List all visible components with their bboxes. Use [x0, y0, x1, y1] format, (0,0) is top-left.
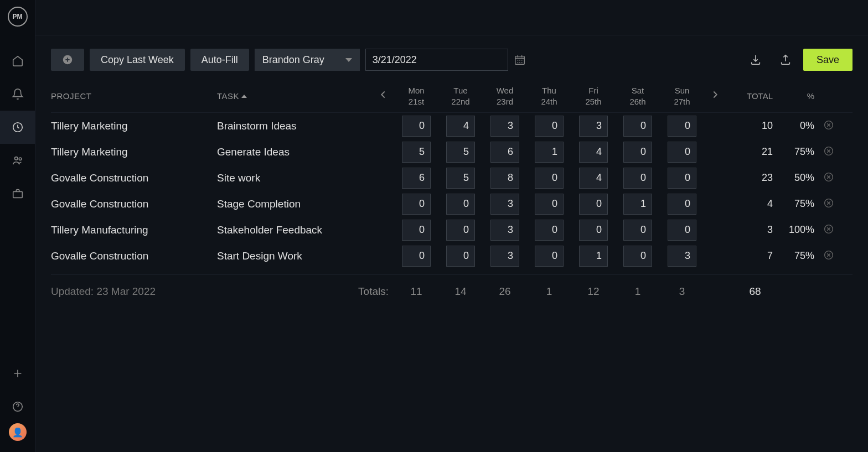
nav-people[interactable] [0, 144, 35, 177]
hour-input[interactable]: 3 [490, 220, 519, 241]
hour-input[interactable]: 0 [402, 220, 431, 241]
updated-text: Updated: 23 Mar 2022 [51, 285, 217, 298]
hour-input[interactable]: 0 [446, 246, 475, 267]
hour-input[interactable]: 4 [579, 168, 608, 189]
hour-input[interactable]: 0 [623, 220, 652, 241]
table-row: Tillery MarketingGenerate Ideas556140021… [51, 139, 852, 165]
hour-input[interactable]: 5 [402, 142, 431, 163]
hour-input[interactable]: 0 [668, 142, 696, 163]
nav-help[interactable] [0, 390, 35, 423]
hour-input[interactable]: 0 [535, 168, 564, 189]
hour-input[interactable]: 0 [579, 220, 608, 241]
user-select[interactable]: Brandon Gray [255, 49, 360, 71]
row-task: Stakeholder Feedback [217, 224, 372, 236]
row-total: 21 [726, 146, 776, 158]
hour-input[interactable]: 0 [535, 194, 564, 215]
day-total-mon: 11 [394, 285, 438, 298]
download-icon [750, 54, 762, 66]
header-project[interactable]: PROJECT [51, 91, 217, 101]
row-task: Site work [217, 172, 372, 184]
row-task: Generate Ideas [217, 146, 372, 158]
nav-notifications[interactable] [0, 77, 35, 111]
hour-input[interactable]: 0 [402, 194, 431, 215]
hour-input[interactable]: 0 [623, 142, 652, 163]
upload-icon [779, 54, 792, 66]
hour-input[interactable]: 0 [668, 194, 696, 215]
hour-input[interactable]: 0 [623, 168, 652, 189]
hour-input[interactable]: 0 [402, 246, 431, 267]
header-pct: % [776, 91, 818, 101]
hour-input[interactable]: 3 [490, 246, 519, 267]
hour-input[interactable]: 8 [490, 168, 519, 189]
hour-input[interactable]: 3 [490, 116, 519, 137]
hour-input[interactable]: 0 [402, 116, 431, 137]
hour-input[interactable]: 1 [623, 194, 652, 215]
nav-home[interactable] [0, 44, 35, 77]
save-button[interactable]: Save [803, 49, 852, 71]
copy-last-week-button[interactable]: Copy Last Week [90, 49, 185, 71]
hour-input[interactable]: 1 [579, 246, 608, 267]
row-total: 23 [726, 172, 776, 184]
sort-asc-icon [241, 95, 247, 98]
close-circle-icon [823, 171, 835, 183]
nav-briefcase[interactable] [0, 177, 35, 210]
date-input[interactable] [365, 49, 508, 71]
hour-input[interactable]: 0 [668, 220, 696, 241]
close-circle-icon [823, 223, 835, 235]
hour-input[interactable]: 0 [535, 220, 564, 241]
hour-input[interactable]: 3 [490, 194, 519, 215]
delete-row-button[interactable] [818, 171, 840, 185]
hour-input[interactable]: 0 [446, 194, 475, 215]
calendar-button[interactable] [514, 52, 529, 67]
delete-row-button[interactable] [818, 223, 840, 237]
import-button[interactable] [748, 52, 763, 67]
hour-input[interactable]: 6 [490, 142, 519, 163]
delete-row-button[interactable] [818, 249, 840, 263]
bell-icon [12, 88, 24, 100]
day-total-sat: 1 [616, 285, 660, 298]
row-pct: 75% [776, 250, 818, 262]
hour-input[interactable]: 0 [668, 116, 696, 137]
export-button[interactable] [778, 52, 793, 67]
hour-input[interactable]: 4 [446, 116, 475, 137]
header-task[interactable]: TASK [217, 91, 372, 101]
hour-input[interactable]: 0 [535, 116, 564, 137]
hour-input[interactable]: 0 [668, 168, 696, 189]
auto-fill-button[interactable]: Auto-Fill [190, 49, 249, 71]
hour-input[interactable]: 5 [446, 168, 475, 189]
row-pct: 0% [776, 120, 818, 132]
row-project: Tillery Marketing [51, 120, 217, 132]
svg-point-1 [14, 157, 18, 160]
nav-add[interactable] [0, 357, 35, 390]
delete-row-button[interactable] [818, 119, 840, 133]
next-week-button[interactable] [704, 89, 726, 103]
hour-input[interactable]: 3 [668, 246, 696, 267]
clock-icon [12, 121, 24, 133]
hour-input[interactable]: 0 [535, 246, 564, 267]
toolbar: Copy Last Week Auto-Fill Brandon Gray Sa… [35, 35, 868, 80]
nav-timesheet[interactable] [0, 111, 35, 144]
hour-input[interactable]: 0 [623, 116, 652, 137]
hour-input[interactable]: 0 [579, 194, 608, 215]
day-total-fri: 12 [571, 285, 616, 298]
delete-row-button[interactable] [818, 197, 840, 211]
add-row-button[interactable] [51, 49, 84, 71]
close-circle-icon [823, 119, 835, 131]
top-bar [35, 0, 868, 35]
hour-input[interactable]: 5 [446, 142, 475, 163]
user-avatar[interactable]: 👤 [9, 423, 27, 441]
grand-total: 68 [726, 285, 776, 298]
table-header: PROJECT TASK Mon21st Tue22nd Wed23rd Thu… [51, 80, 852, 113]
hour-input[interactable]: 3 [579, 116, 608, 137]
delete-row-button[interactable] [818, 145, 840, 159]
hour-input[interactable]: 0 [446, 220, 475, 241]
hour-input[interactable]: 1 [535, 142, 564, 163]
hour-input[interactable]: 6 [402, 168, 431, 189]
app-logo: PM [8, 7, 28, 27]
row-project: Govalle Construction [51, 198, 217, 210]
row-pct: 75% [776, 146, 818, 158]
hour-input[interactable]: 4 [579, 142, 608, 163]
sidebar: PM 👤 [0, 0, 35, 452]
prev-week-button[interactable] [372, 89, 394, 103]
hour-input[interactable]: 0 [623, 246, 652, 267]
